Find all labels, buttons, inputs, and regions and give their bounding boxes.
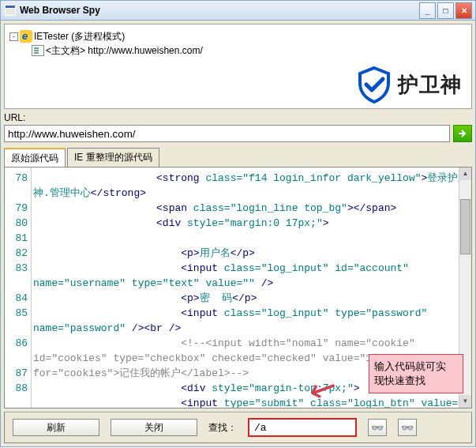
binoculars-up-icon: 👓 bbox=[371, 422, 384, 434]
scroll-up-icon[interactable]: ▲ bbox=[459, 168, 471, 180]
tree-child-row[interactable]: <主文档> http://www.huweishen.com/ bbox=[32, 43, 467, 58]
titlebar: Web Browser Spy _ □ ✕ bbox=[0, 0, 476, 21]
ie-icon bbox=[20, 30, 32, 43]
bottom-toolbar: 刷新 关闭 查找： 👓 👓 bbox=[4, 412, 472, 443]
tree-root-label: IETester (多进程模式) bbox=[34, 29, 125, 43]
url-label: URL: bbox=[4, 112, 472, 123]
tooltip-line-2: 现快速查找 bbox=[374, 374, 458, 388]
close-button[interactable]: ✕ bbox=[455, 2, 472, 19]
binoculars-down-icon: 👓 bbox=[401, 422, 414, 434]
find-next-button[interactable]: 👓 bbox=[398, 419, 417, 436]
hint-tooltip: 输入代码就可实 现快速查找 ↙ bbox=[369, 354, 463, 393]
app-icon bbox=[4, 4, 17, 17]
tab-ie-source[interactable]: IE 重整理的源代码 bbox=[67, 148, 159, 168]
source-tabs: 原始源代码 IE 重整理的源代码 bbox=[4, 148, 472, 168]
window-title: Web Browser Spy bbox=[20, 5, 418, 16]
browser-tree-panel: - IETester (多进程模式) <主文档> http://www.huwe… bbox=[4, 24, 472, 109]
minimize-button[interactable]: _ bbox=[419, 2, 436, 19]
maximize-button[interactable]: □ bbox=[437, 2, 454, 19]
brand-text: 护卫神 bbox=[398, 71, 462, 99]
document-icon bbox=[32, 45, 44, 56]
refresh-button[interactable]: 刷新 bbox=[13, 419, 99, 436]
scroll-down-icon[interactable]: ▼ bbox=[459, 395, 471, 408]
find-label: 查找： bbox=[208, 421, 237, 435]
shield-icon bbox=[355, 66, 393, 104]
collapse-icon[interactable]: - bbox=[9, 32, 18, 41]
window-body: - IETester (多进程模式) <主文档> http://www.huwe… bbox=[0, 21, 476, 447]
source-code-panel: 78798081828384858687888990 <strong class… bbox=[4, 167, 472, 408]
url-input[interactable] bbox=[4, 125, 450, 142]
url-bar bbox=[4, 125, 472, 142]
close-panel-button[interactable]: 关闭 bbox=[111, 419, 197, 436]
tab-raw-source[interactable]: 原始源代码 bbox=[4, 148, 66, 168]
go-button[interactable] bbox=[453, 125, 472, 142]
find-prev-button[interactable]: 👓 bbox=[368, 419, 387, 436]
svg-rect-1 bbox=[6, 6, 15, 8]
svg-rect-2 bbox=[6, 9, 15, 15]
tooltip-line-1: 输入代码就可实 bbox=[374, 360, 458, 374]
brand-logo: 护卫神 bbox=[355, 66, 462, 104]
tree-root-row[interactable]: - IETester (多进程模式) bbox=[9, 29, 467, 43]
find-input[interactable] bbox=[248, 418, 357, 437]
tree-child-label: <主文档> http://www.huweishen.com/ bbox=[46, 43, 203, 58]
scroll-thumb[interactable] bbox=[460, 199, 470, 254]
line-number-gutter: 78798081828384858687888990 bbox=[5, 168, 32, 408]
arrow-right-icon bbox=[457, 128, 468, 139]
